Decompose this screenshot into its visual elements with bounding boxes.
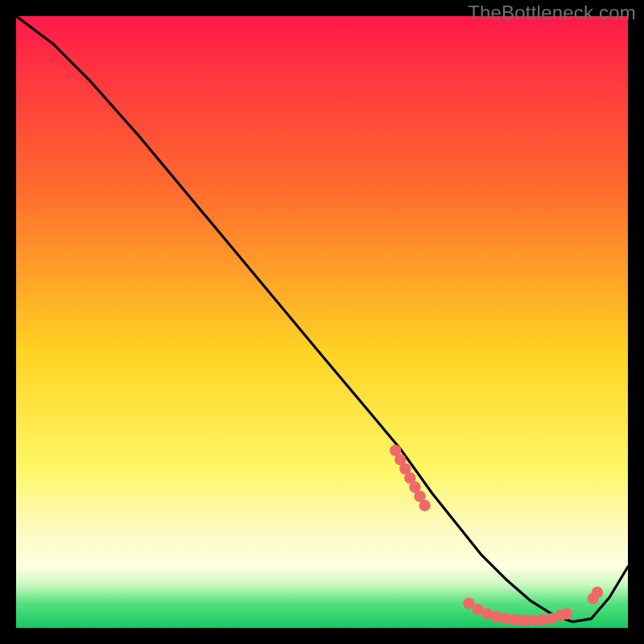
data-dot bbox=[561, 608, 572, 619]
data-dot bbox=[419, 500, 431, 511]
chart-frame bbox=[16, 16, 628, 628]
data-dot bbox=[592, 587, 603, 598]
watermark-text: TheBottleneck.com bbox=[468, 2, 636, 24]
bottleneck-chart bbox=[16, 16, 628, 628]
gradient-bg bbox=[16, 16, 628, 628]
